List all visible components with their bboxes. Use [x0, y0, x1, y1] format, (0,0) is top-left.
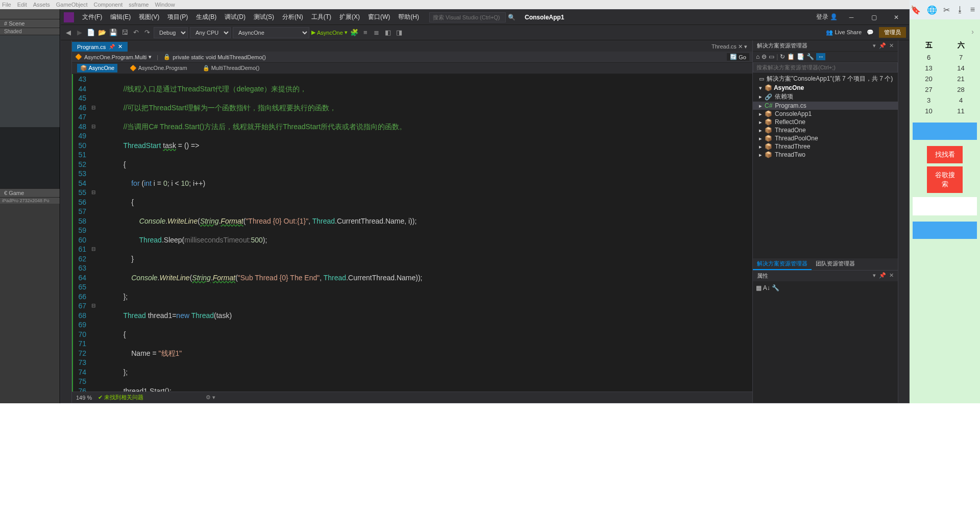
- search-button-1[interactable]: 找找看: [927, 146, 963, 163]
- project-asyncone[interactable]: ▾📦 AsyncOne: [753, 84, 898, 92]
- breadcrumb-1[interactable]: 📦 AsyncOne: [77, 64, 117, 72]
- wrench-icon[interactable]: 🔧: [806, 53, 814, 60]
- minimize-icon[interactable]: ─: [843, 11, 860, 23]
- saveall-icon[interactable]: 🖫: [120, 29, 129, 36]
- menu-edit[interactable]: 编辑(E): [106, 13, 135, 21]
- open-icon[interactable]: 📂: [97, 29, 107, 36]
- namespace-dropdown[interactable]: 🔶 AsyncOne.Program.Multi ▾: [75, 54, 152, 60]
- solution-tree[interactable]: ▭解决方案"ConsoleApp1"(第 7 个项目，共 7 个) ▾📦 Asy…: [753, 72, 898, 258]
- pin-icon[interactable]: 📌: [879, 272, 886, 280]
- refresh-icon[interactable]: ↻: [780, 53, 785, 60]
- cal-row[interactable]: 2021: [913, 74, 977, 84]
- code-area[interactable]: //线程入口是通过ThreadStart代理（delegate）来提供的， //…: [97, 74, 752, 392]
- menu-help[interactable]: 帮助(H): [394, 13, 423, 21]
- tb-icon-3[interactable]: ≣: [372, 29, 381, 36]
- solution-search-input[interactable]: [753, 62, 898, 72]
- new-icon[interactable]: 📄: [86, 29, 95, 36]
- menu-view[interactable]: 视图(V): [135, 13, 163, 21]
- wrench-icon[interactable]: 🔧: [772, 284, 779, 291]
- pin-icon[interactable]: 📌: [109, 44, 115, 50]
- breadcrumb-3[interactable]: 🔒 MultiThreadDemo(): [200, 64, 263, 72]
- cal-row[interactable]: 1314: [913, 63, 977, 74]
- code-editor[interactable]: 4344454647484950515253545556575859606162…: [72, 74, 752, 392]
- cal-row[interactable]: 2728: [913, 84, 977, 95]
- project-threadone[interactable]: ▸📦 ThreadOne: [753, 126, 898, 134]
- close-icon[interactable]: ✕: [889, 272, 894, 280]
- tb-icon-2[interactable]: ≡: [361, 29, 370, 36]
- menu-component[interactable]: Component: [93, 2, 122, 8]
- tab-solution-explorer[interactable]: 解决方案资源管理器: [753, 258, 812, 270]
- menu-edit[interactable]: Edit: [17, 2, 27, 8]
- menu-extensions[interactable]: 扩展(X): [335, 13, 364, 21]
- tool-icon[interactable]: ▭: [769, 53, 774, 60]
- menu-ssframe[interactable]: ssframe: [129, 2, 149, 8]
- scene-tab[interactable]: # Scene: [0, 19, 60, 28]
- vs-search-input[interactable]: [429, 12, 506, 22]
- tab-program-cs[interactable]: Program.cs📌✕: [72, 42, 128, 52]
- menu-tools[interactable]: 工具(T): [307, 13, 335, 21]
- tb-icon-5[interactable]: ◨: [395, 29, 404, 36]
- zoom-level[interactable]: 149 %: [76, 395, 92, 401]
- file-program-cs[interactable]: ▸C# Program.cs: [753, 102, 898, 110]
- unity-toolbar[interactable]: [0, 9, 60, 19]
- menu-gameobject[interactable]: GameObject: [56, 2, 88, 8]
- project-threadtwo[interactable]: ▸📦 ThreadTwo: [753, 151, 898, 159]
- close-tab-icon[interactable]: ✕: [118, 43, 122, 50]
- search-button-2[interactable]: 谷歌搜索: [927, 166, 963, 193]
- alphabetical-icon[interactable]: A↓: [763, 284, 770, 291]
- tool-icon[interactable]: ↔: [816, 53, 825, 60]
- menu-window[interactable]: Window: [155, 2, 175, 8]
- maximize-icon[interactable]: ▢: [865, 11, 883, 23]
- menu-analyze[interactable]: 分析(N): [278, 13, 307, 21]
- go-button[interactable]: 🔄Go: [727, 53, 749, 61]
- breadcrumb-2[interactable]: 🔶 AsyncOne.Program: [127, 64, 190, 72]
- menu-debug[interactable]: 调试(D): [220, 13, 250, 21]
- game-tab[interactable]: € Game: [0, 188, 60, 198]
- member-dropdown[interactable]: 🔒 private static void MultiThreadDemo(): [163, 54, 266, 60]
- dropdown-icon[interactable]: ▾: [873, 272, 876, 280]
- scene-viewport[interactable]: [0, 35, 60, 188]
- menu-icon[interactable]: ≡: [970, 5, 975, 14]
- project-threadpoolone[interactable]: ▸📦 ThreadPoolOne: [753, 134, 898, 142]
- categorized-icon[interactable]: ▦: [756, 284, 762, 291]
- project-threadthree[interactable]: ▸📦 ThreadThree: [753, 142, 898, 151]
- undo-icon[interactable]: ↶: [131, 29, 140, 36]
- tab-team-explorer[interactable]: 团队资源管理器: [812, 258, 859, 270]
- dropdown-icon[interactable]: ▾: [873, 42, 876, 49]
- tb-icon-4[interactable]: ◧: [383, 29, 393, 36]
- feedback-icon[interactable]: 💬: [867, 29, 874, 36]
- cal-row[interactable]: 34: [913, 95, 977, 106]
- download-icon[interactable]: ⭳: [956, 5, 964, 14]
- bookmark-icon[interactable]: 🔖: [911, 5, 921, 15]
- run-button[interactable]: ▶ AsyncOne ▾: [311, 29, 348, 36]
- search-icon[interactable]: 🔍: [508, 14, 516, 21]
- deps-node[interactable]: ▸🔗 依赖项: [753, 92, 898, 102]
- tool-icon[interactable]: 📑: [797, 53, 804, 60]
- globe-icon[interactable]: 🌐: [927, 5, 937, 15]
- shaded-dropdown[interactable]: Shaded: [0, 28, 60, 35]
- save-icon[interactable]: 💾: [109, 29, 118, 36]
- tab-thread-cs[interactable]: Thread.cs ✕ ▾: [706, 42, 752, 52]
- menu-file[interactable]: File: [2, 2, 11, 8]
- issues-status[interactable]: ✔ 未找到相关问题: [98, 394, 143, 401]
- project-consoleapp1[interactable]: ▸📦 ConsoleApp1: [753, 110, 898, 118]
- menu-project[interactable]: 项目(P): [163, 13, 192, 21]
- login-link[interactable]: 登录 👤: [816, 13, 838, 21]
- cal-blue-bar[interactable]: [913, 123, 977, 140]
- left-toolbox-strip[interactable]: [61, 40, 72, 403]
- platform-dropdown[interactable]: Any CPU: [190, 27, 231, 38]
- fold-gutter[interactable]: ⊟⊟⊟⊟⊟: [89, 74, 97, 392]
- menu-file[interactable]: 文件(F): [78, 13, 106, 21]
- status-dropdown-icon[interactable]: ⚙ ▾: [206, 394, 215, 401]
- next-month-icon[interactable]: ›: [971, 28, 974, 36]
- right-toolbox-strip[interactable]: [898, 40, 909, 403]
- resolution-dropdown[interactable]: iPadPro 2732x2048 Po: [0, 198, 60, 204]
- cal-blue-bar-2[interactable]: [913, 222, 977, 239]
- cal-row[interactable]: 67: [913, 52, 977, 63]
- tool-icon[interactable]: ⊖: [762, 53, 767, 60]
- config-dropdown[interactable]: Debug: [154, 27, 188, 38]
- home-icon[interactable]: ⌂: [756, 53, 760, 60]
- project-reflectone[interactable]: ▸📦 ReflectOne: [753, 118, 898, 126]
- close-icon[interactable]: ✕: [888, 11, 905, 23]
- menu-assets[interactable]: Assets: [33, 2, 50, 8]
